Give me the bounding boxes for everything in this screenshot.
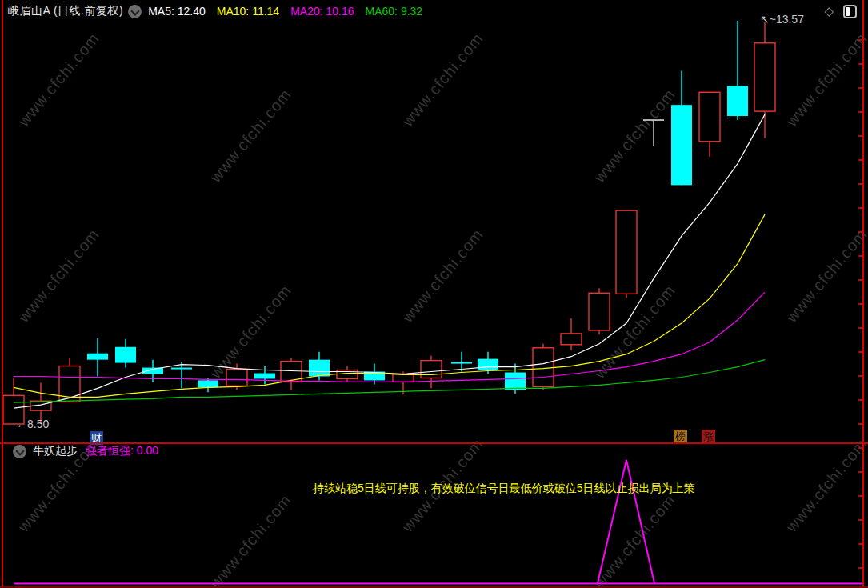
candle-body-down — [198, 380, 218, 387]
indicator-value: 强者恒强: 0.00 — [86, 444, 158, 458]
candle-body-down — [142, 368, 163, 374]
left-border — [2, 0, 3, 588]
candle-body-down — [254, 374, 275, 379]
ma10-label: MA10: 11.14 — [217, 5, 279, 18]
candle-body-up — [754, 43, 775, 111]
candle-body-up — [699, 92, 720, 142]
collapse-indicator-chevron-down-icon[interactable] — [13, 445, 26, 458]
candle-body-down — [505, 373, 526, 390]
candle-body-down — [87, 354, 108, 360]
low-price-label: ←8.50 — [16, 418, 49, 430]
ma-line-ma60 — [14, 360, 765, 403]
collapse-chevron-down-icon[interactable] — [128, 5, 142, 18]
ma5-label: MA5: 12.40 — [148, 5, 206, 18]
indicator-header: 牛妖起步 强者恒强: 0.00 — [8, 444, 158, 458]
strategy-tip-text: 持续站稳5日线可持股，有效破位信号日最低价或破位5日线以止损出局为上策 — [313, 482, 695, 496]
candle-body-down — [171, 368, 192, 370]
candle-body-up — [616, 210, 637, 294]
chart-header: 峨眉山A (日线.前复权) MA5: 12.40 MA10: 11.14 MA2… — [0, 0, 868, 22]
panel-separator[interactable] — [0, 442, 868, 444]
ma-line-ma5 — [14, 114, 765, 408]
candle-body-up — [226, 370, 247, 386]
candle-body-down — [727, 86, 748, 116]
ma20-label: MA20: 10.16 — [290, 5, 354, 18]
indicator-name[interactable]: 牛妖起步 — [33, 444, 78, 458]
ma-line-ma20 — [14, 292, 765, 382]
diamond-icon[interactable]: ◇ — [824, 4, 834, 18]
signal-spike — [598, 460, 654, 583]
candle-body-down — [478, 359, 498, 370]
candle-body-up — [533, 348, 554, 387]
tag-rank[interactable]: 榜 — [674, 430, 687, 443]
candlestick-chart[interactable] — [0, 0, 868, 588]
stock-chart-window: www.cfchi.comwww.cfchi.comwww.cfchi.comw… — [0, 0, 868, 588]
candle-body-up — [589, 293, 610, 330]
right-border — [862, 0, 864, 588]
candle-body-up — [561, 334, 582, 345]
panel-toggle-icon[interactable] — [843, 5, 857, 18]
candle-body-up — [421, 361, 442, 378]
stock-title: 峨眉山A (日线.前复权) — [8, 4, 123, 18]
tag-rise[interactable]: 涨 — [702, 430, 715, 443]
candle-body-down — [451, 362, 472, 364]
candle-body-down — [309, 360, 330, 377]
candle-body-down — [671, 105, 692, 185]
ma60-label: MA60: 9.32 — [366, 5, 423, 18]
candle-body-down — [115, 347, 136, 363]
ma-line-ma10 — [14, 214, 765, 397]
